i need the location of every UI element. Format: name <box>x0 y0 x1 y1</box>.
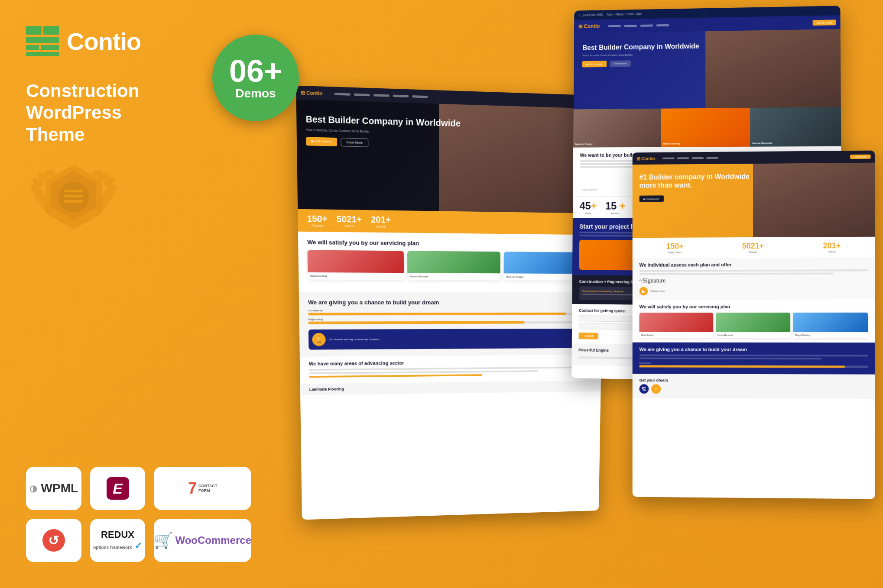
sc-dark-progress-1: Construction <box>640 362 868 368</box>
tagline: Construction WordPress Theme <box>26 80 208 145</box>
sc-dream-dark-title: We are giving you a chance to build your… <box>640 347 868 352</box>
sc-hero-title-2: Best Builder Company in Worldwide <box>582 42 705 52</box>
sc-image-grid: Interior Design Metal Roofing House Remo… <box>573 107 841 147</box>
sc-stat-label-3: Awards <box>371 225 391 228</box>
sc-counter-num-2: 15 + <box>605 200 626 212</box>
sc-dream-icon-1: 🏗 <box>640 384 649 394</box>
plugin-elementor: E <box>90 467 146 510</box>
sc-hero-text-2: Best Builder Company in Worldwide Your C… <box>574 29 841 78</box>
sc-areas-title: We have many areas of advancing sector <box>309 359 593 366</box>
sc-hero-content-1: Best Builder Company in Worldwide Your C… <box>296 100 606 166</box>
sc-satisfy-section: We will satisfy you by our servicing pla… <box>633 300 875 343</box>
sc-section-title-1: We will satisfy you by our servicing pla… <box>307 239 595 249</box>
plugin-cf7: 7 CONTACTFORM <box>154 467 251 510</box>
sc-s3-label-1: Happy Clients <box>640 251 711 254</box>
sc-card-label-2: House Remodel <box>407 273 500 280</box>
elementor-icon: E <box>107 477 129 500</box>
tagline-text: Construction WordPress Theme <box>26 80 208 145</box>
sc-hero-sub-1: Your Columbia, Contio Custom Home Builde… <box>306 128 454 135</box>
sc-stats-3: 150+ Happy Clients 5021+ Projects 201+ A… <box>633 237 875 258</box>
sc-progress-2: Engineering <box>308 317 594 324</box>
sc-grid-cell-2: Metal Roofing <box>661 108 750 147</box>
sc-dream-icons: 🏗 ⚡ <box>640 384 868 394</box>
sc-nav-3: ⊞ Contio Get a quote <box>633 151 875 165</box>
sc-s3-label-3: Awards <box>796 250 868 253</box>
sc-grid-label-3: House Remodel <box>753 142 773 145</box>
sc-award-text: 20+ Awards winning construction company <box>329 338 380 341</box>
sc-hero-btn-3: ▶ Community <box>640 193 868 202</box>
woo-label: 🛒 WooCommerce <box>154 531 251 549</box>
sc-stat-1: 150+ Projects <box>307 213 328 227</box>
sc-service-cards-3: Metal Roofing House Remodel Tiling & Pai… <box>640 313 868 338</box>
sc-stat-label-2: Clients <box>337 224 362 228</box>
sc-sc3-img-2 <box>716 313 790 332</box>
sc-stat-2: 5021+ Clients <box>337 214 362 228</box>
sc-progress-track-2 <box>308 321 594 324</box>
sc-service-cards: Metal Roofing House Remodel Material Sup… <box>307 250 594 281</box>
sc-logo-3: ⊞ Contio <box>637 156 655 161</box>
sc-submit-btn: Submit <box>579 333 598 339</box>
logo-area: Contio <box>26 26 141 56</box>
sc-logo-2: ⊞ Contio <box>578 23 600 29</box>
logo-text: Contio <box>67 27 141 55</box>
sc-s3-label-2: Projects <box>717 251 789 254</box>
sc-hero-title-1: Best Builder Company in Worldwide <box>305 113 469 129</box>
sc-stat-3: 201+ Awards <box>371 215 391 228</box>
sc-progress-fill-1 <box>308 313 566 316</box>
woo-text: WooCommerce <box>175 534 251 546</box>
sc-award-icon: 🏆 <box>312 333 325 346</box>
sc-btn-primary: ▶ Get a quote <box>306 137 337 146</box>
sc-stat-label-1: Projects <box>307 224 328 227</box>
sc-row-3 <box>309 374 482 378</box>
sc-hero-3: #1 Builder company in Worldwide more tha… <box>633 163 875 238</box>
sc-hero-2: Best Builder Company in Worldwide Your C… <box>574 29 841 109</box>
plugin-wpml: ◑ WPML <box>26 467 81 510</box>
sc-s3-2: 5021+ Projects <box>717 242 789 254</box>
sc-dream-row-1 <box>640 355 868 357</box>
sc-cta-group: ▶ Get a quote Know More <box>306 137 596 152</box>
sc-counter-2: 15 + Awards <box>605 200 626 215</box>
sc-sc3-label-1: Metal Roofing <box>640 332 714 338</box>
sc-dream-section: We are giving you a chance to build your… <box>299 292 602 357</box>
sc-counter-label-1: Years <box>580 212 597 214</box>
plugins-grid: ◑ WPML E 7 CONTACTFORM ↺ REDUX options f… <box>26 467 251 562</box>
sc-service-card-1: Metal Roofing <box>307 250 403 280</box>
svg-rect-2 <box>26 37 59 43</box>
sc-assess-row-2 <box>640 273 834 275</box>
logo-icon <box>26 26 61 56</box>
sc-s3-3: 201+ Awards <box>796 241 868 253</box>
redux-label: REDUX options framework ✓ <box>93 529 142 552</box>
sc-btn-know: Know Now <box>610 61 631 67</box>
sc-quote-btn-2: Get a quote <box>813 19 836 26</box>
sc-assess-row-1 <box>640 269 868 271</box>
svg-rect-22 <box>64 195 83 197</box>
sc-counter-label-2: Awards <box>605 212 626 215</box>
sc-grid-cell-3: House Remodel <box>750 107 841 147</box>
sc-sc3-img-1 <box>640 313 714 332</box>
screenshot-bottom-right: ⊞ Contio Get a quote #1 Builder company … <box>633 151 875 499</box>
sc-progress-fill-2 <box>308 321 525 324</box>
plugin-woo: 🛒 WooCommerce <box>154 519 251 562</box>
sc-service-card-2: House Remodel <box>407 251 501 280</box>
sc-hero-sub-2: Your Columbia, Contio Custom Home Builde… <box>582 51 832 57</box>
sc-grid-label-2: Metal Roofing <box>663 142 680 145</box>
sc-dp-track-1 <box>640 365 868 368</box>
sc-stat-num-2: 5021+ <box>337 214 362 225</box>
sc-counter-1: 45+ Years <box>580 200 597 215</box>
demo-badge: 06+ Demos <box>212 35 299 121</box>
sc-flooring-title: Laminate Flooring <box>309 384 593 392</box>
sc-stat-num-1: 150+ <box>307 213 328 224</box>
sc-hero-btns-2: ▶ Get a quote Know Now <box>582 58 832 67</box>
sc-navlinks-3 <box>662 157 718 159</box>
svg-rect-24 <box>58 219 89 222</box>
svg-rect-3 <box>26 45 39 50</box>
sc-hero-title-3: #1 Builder company in Worldwide more tha… <box>640 172 753 190</box>
sc-stats-bar: 150+ Projects 5021+ Clients 201+ Awards <box>298 209 604 235</box>
sc-stat-num-3: 201+ <box>371 215 391 225</box>
sc-card-img-1 <box>307 250 403 273</box>
svg-rect-1 <box>43 26 59 35</box>
plugin-slider: ↺ <box>26 519 81 562</box>
sc-logo-1: ⊞ Contio <box>301 90 322 96</box>
sc-assess-section: We individual assess each plan and offer… <box>633 257 875 300</box>
sc-s3-num-2: 5021+ <box>717 242 789 251</box>
